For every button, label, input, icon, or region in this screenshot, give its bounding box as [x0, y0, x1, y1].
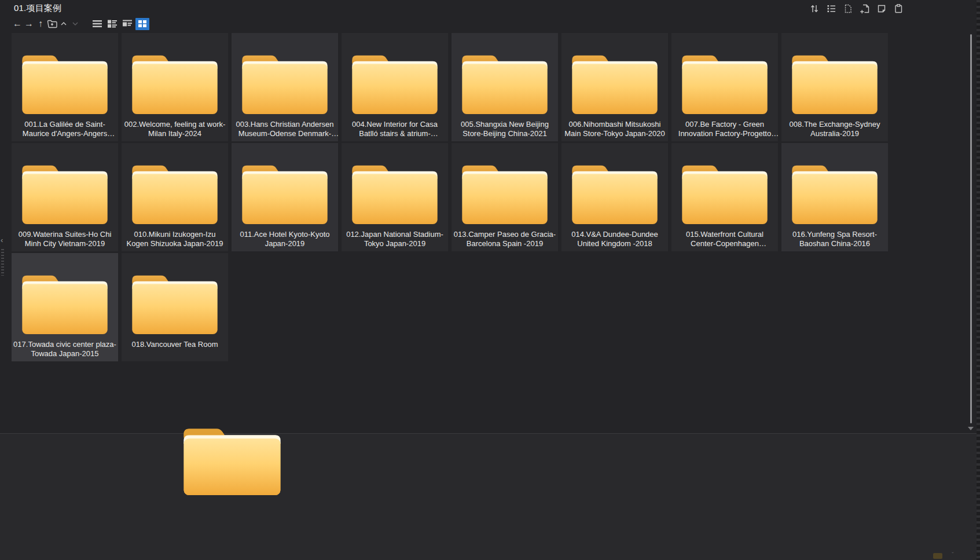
taskbar-peek-icon [933, 553, 942, 559]
checklist-icon[interactable] [826, 3, 836, 14]
folder-icon [19, 160, 111, 226]
scrollbar-thumb[interactable] [970, 34, 972, 423]
folder-icon [129, 160, 221, 226]
folder-name: 018.Vancouver Tea Room [122, 340, 228, 349]
grid-view-button[interactable] [135, 18, 149, 30]
folder-icon [349, 160, 441, 226]
view-mode-group [90, 18, 149, 30]
folder-grid: 001.La Galilée de Saint-Maurice d'Angers… [12, 33, 891, 363]
folder-up-icon[interactable] [46, 18, 58, 30]
right-edge-strip [977, 0, 980, 560]
folder-icon [239, 50, 331, 116]
forward-icon[interactable]: → [23, 17, 35, 30]
folder-name: 002.Welcome, feeling at work-Milan Italy… [122, 120, 228, 138]
folder-name: 012.Japan National Stadium-Tokyo Japan-2… [342, 230, 448, 248]
folder-name: 014.V&A Dundee-Dundee United Kingdom -20… [561, 230, 668, 248]
folder-name: 007.Be Factory - Green Innovation Factor… [671, 120, 778, 138]
back-icon[interactable]: ← [12, 17, 23, 30]
chevron-down-icon[interactable] [69, 18, 81, 30]
paste-icon[interactable] [893, 3, 904, 14]
chevron-up-icon[interactable] [58, 18, 69, 30]
up-icon[interactable]: ↑ [35, 17, 46, 30]
folder-tile[interactable]: 003.Hans Christian Andersen Museum-Odens… [232, 33, 338, 141]
folder-icon [129, 270, 221, 336]
folder-name: 003.Hans Christian Andersen Museum-Odens… [232, 120, 338, 138]
note-icon[interactable] [876, 3, 887, 14]
folder-icon [789, 160, 880, 226]
folder-icon [349, 50, 441, 116]
details-panel: 18 项目 名称01.项目案例 类型文件夹 创建时间2022-05-13 12:… [0, 433, 980, 560]
preview-folder-icon [181, 420, 284, 500]
folder-icon [19, 270, 111, 336]
new-file-icon[interactable] [860, 3, 870, 14]
folder-tile[interactable]: 001.La Galilée de Saint-Maurice d'Angers… [12, 33, 118, 141]
drag-dots[interactable] [1, 249, 4, 276]
left-panel-handle[interactable]: ‹ [1, 236, 8, 276]
scroll-down-arrow[interactable] [968, 427, 974, 430]
folder-name: 015.Waterfront Cultural Center-Copenhage… [671, 230, 778, 248]
folder-tile[interactable]: 008.The Exchange-Sydney Australia-2019 [781, 33, 888, 141]
list-view-button[interactable] [90, 18, 104, 30]
folder-tile[interactable]: 009.Waterina Suites-Ho Chi Minh City Vie… [12, 143, 118, 251]
folder-icon [679, 50, 770, 116]
folder-name: 009.Waterina Suites-Ho Chi Minh City Vie… [12, 230, 118, 248]
tiles-view-button[interactable] [105, 18, 119, 30]
folder-tile[interactable]: 005.Shangxia New Beijing Store-Beijing C… [452, 33, 558, 141]
bottom-corner-hint: ˇ [933, 551, 968, 560]
folder-tile[interactable]: 018.Vancouver Tea Room [122, 253, 228, 361]
folder-tile[interactable]: 017.Towada civic center plaza-Towada Jap… [12, 253, 118, 361]
folder-name: 005.Shangxia New Beijing Store-Beijing C… [452, 120, 558, 138]
folder-name: 001.La Galilée de Saint-Maurice d'Angers… [12, 120, 118, 138]
top-action-icons [809, 3, 904, 14]
folder-name: 004.New Interior for Casa Batlló stairs … [342, 120, 448, 138]
navigation-toolbar: ← → ↑ [12, 17, 149, 31]
folder-tile[interactable]: 007.Be Factory - Green Innovation Factor… [671, 33, 778, 141]
page-title: 01.项目案例 [14, 3, 61, 14]
folder-icon [569, 50, 660, 116]
folder-icon [789, 50, 880, 116]
folder-icon [19, 50, 111, 116]
content-view-button[interactable] [120, 18, 134, 30]
folder-tile[interactable]: 015.Waterfront Cultural Center-Copenhage… [671, 143, 778, 251]
folder-icon [459, 50, 550, 116]
folder-icon [239, 160, 331, 226]
folder-icon [679, 160, 770, 226]
folder-name: 013.Camper Paseo de Gracia-Barcelona Spa… [452, 230, 558, 248]
folder-name: 010.Mikuni Izukogen-Izu Kogen Shizuoka J… [122, 230, 228, 248]
folder-name: 008.The Exchange-Sydney Australia-2019 [781, 120, 888, 138]
title-bar: 01.项目案例 [0, 0, 980, 16]
folder-name: 011.Ace Hotel Kyoto-Kyoto Japan-2019 [232, 230, 338, 248]
folder-name: 006.Nihombashi Mitsukoshi Main Store-Tok… [561, 120, 668, 138]
folder-name: 016.Yunfeng Spa Resort-Baoshan China-201… [781, 230, 888, 248]
folder-tile[interactable]: 006.Nihombashi Mitsukoshi Main Store-Tok… [561, 33, 668, 141]
folder-tile[interactable]: 011.Ace Hotel Kyoto-Kyoto Japan-2019 [232, 143, 338, 251]
vertical-scrollbar[interactable] [969, 33, 973, 433]
folder-tile[interactable]: 013.Camper Paseo de Gracia-Barcelona Spa… [452, 143, 558, 251]
folder-tile[interactable]: 010.Mikuni Izukogen-Izu Kogen Shizuoka J… [122, 143, 228, 251]
folder-icon [569, 160, 660, 226]
folder-icon [129, 50, 221, 116]
selection-file-icon[interactable] [843, 3, 853, 14]
folder-name: 017.Towada civic center plaza-Towada Jap… [12, 340, 118, 358]
sort-icon[interactable] [809, 3, 820, 14]
folder-tile[interactable]: 012.Japan National Stadium-Tokyo Japan-2… [342, 143, 448, 251]
chevron-left-icon[interactable]: ‹ [1, 236, 8, 244]
folder-tile[interactable]: 004.New Interior for Casa Batlló stairs … [342, 33, 448, 141]
folder-tile[interactable]: 014.V&A Dundee-Dundee United Kingdom -20… [561, 143, 668, 251]
chevron-up-small-icon: ˇ [952, 551, 954, 558]
folder-tile[interactable]: 002.Welcome, feeling at work-Milan Italy… [122, 33, 228, 141]
folder-tile[interactable]: 016.Yunfeng Spa Resort-Baoshan China-201… [781, 143, 888, 251]
folder-icon [459, 160, 550, 226]
